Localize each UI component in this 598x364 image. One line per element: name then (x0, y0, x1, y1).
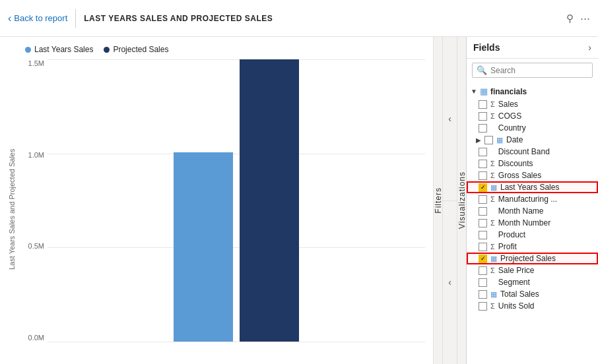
financials-group-header[interactable]: ▼ ▦ financials (467, 84, 598, 98)
totalsales-checkbox[interactable] (479, 290, 487, 299)
chart-body: Last Years Sales and Projected Sales 1.5… (5, 59, 428, 359)
chart-title: LAST YEARS SALES AND PROJECTED SALES (84, 14, 273, 23)
chart-area: Last Years Sales Projected Sales Last Ye… (0, 37, 433, 364)
list-item[interactable]: Σ Month Number (467, 217, 598, 229)
list-item[interactable]: Σ Manufacturing ... (467, 193, 598, 205)
lastyears-table-icon: ▦ (490, 183, 497, 192)
top-bar: ‹ Back to report LAST YEARS SALES AND PR… (0, 0, 598, 37)
date-field-name: Date (506, 135, 523, 144)
totalsales-table-icon: ▦ (490, 290, 497, 299)
visualizations-panel[interactable]: Visualizations (457, 37, 466, 364)
y-tick-0-5m: 0.5M (28, 242, 48, 250)
chart-inner: 1.5M 1.0M 0.5M 0.0M (18, 59, 428, 359)
list-item[interactable]: Σ Gross Sales (467, 169, 598, 181)
country-field-name: Country (498, 123, 526, 133)
search-icon: 🔍 (477, 65, 487, 75)
monthnumber-checkbox[interactable] (479, 219, 487, 228)
legend-label-projected: Projected Sales (113, 45, 168, 54)
back-to-report-button[interactable]: ‹ Back to report (8, 13, 67, 24)
more-options-icon[interactable]: ⋯ (580, 13, 590, 24)
grid-line-bottom (48, 342, 425, 342)
legend-dot-last-years (25, 47, 31, 53)
cogs-checkbox[interactable] (479, 112, 487, 121)
list-item[interactable]: Σ Discounts (467, 158, 598, 169)
grid-area (48, 59, 425, 342)
segment-checkbox[interactable] (479, 278, 487, 287)
lastyears-checkbox[interactable]: ✓ (479, 183, 487, 192)
bar-projected (240, 59, 299, 342)
grosssales-sigma-icon: Σ (490, 171, 495, 179)
search-box[interactable]: 🔍 (472, 63, 593, 78)
list-item[interactable]: Σ Country (467, 122, 598, 134)
list-item[interactable]: Σ Sales (467, 98, 598, 110)
list-item[interactable]: Σ Discount Band (467, 146, 598, 158)
fields-list: ▼ ▦ financials Σ Sales Σ COGS Σ Country (467, 82, 598, 364)
legend-item-projected: Projected Sales (104, 45, 168, 54)
list-item[interactable]: Σ Sale Price (467, 264, 598, 276)
totalsales-field-name: Total Sales (500, 289, 539, 299)
date-table-icon: ▦ (496, 136, 503, 144)
projectedsales-field-name: Projected Sales (500, 254, 556, 263)
list-item[interactable]: Σ Units Sold (467, 300, 598, 312)
legend-label-last-years: Last Years Sales (34, 45, 93, 54)
list-item[interactable]: Σ COGS (467, 110, 598, 122)
filter-icon[interactable]: ⚲ (566, 13, 574, 24)
panel-toggle-buttons: ‹ ‹ (442, 37, 457, 364)
list-item[interactable]: Σ Profit (467, 241, 598, 253)
list-item[interactable]: ✓ ▦ Projected Sales (467, 253, 598, 264)
monthnumber-sigma-icon: Σ (490, 219, 495, 227)
sales-checkbox[interactable] (479, 100, 487, 109)
saleprice-checkbox[interactable] (479, 266, 487, 275)
product-checkbox[interactable] (479, 231, 487, 239)
list-item[interactable]: Σ Month Name (467, 205, 598, 217)
collapse-right-button[interactable]: ‹ (443, 201, 457, 365)
discounts-sigma-icon: Σ (490, 160, 495, 167)
fields-collapse-button[interactable]: › (588, 42, 591, 53)
toolbar-icons: ⚲ ⋯ (566, 13, 590, 24)
manufacturing-checkbox[interactable] (479, 195, 487, 204)
divider (75, 9, 76, 28)
y-tick-1-5m: 1.5M (28, 59, 48, 67)
country-checkbox[interactable] (479, 124, 487, 133)
unitssold-sigma-icon: Σ (490, 302, 495, 310)
bars-container (48, 59, 425, 342)
monthname-field-name: Month Name (498, 206, 544, 216)
discounts-checkbox[interactable] (479, 160, 487, 168)
list-item[interactable]: ✓ ▦ Last Years Sales (467, 181, 598, 193)
legend-dot-projected (104, 47, 110, 53)
collapse-left-button[interactable]: ‹ (443, 37, 457, 201)
y-axis-label: Last Years Sales and Projected Sales (5, 59, 18, 359)
monthname-checkbox[interactable] (479, 207, 487, 216)
search-input[interactable] (490, 66, 588, 75)
discountband-checkbox[interactable] (479, 148, 487, 156)
filters-panel[interactable]: Filters (433, 37, 442, 364)
date-checkbox[interactable] (484, 136, 493, 144)
grosssales-field-name: Gross Sales (498, 171, 541, 180)
discounts-field-name: Discounts (498, 159, 533, 168)
profit-sigma-icon: Σ (490, 243, 495, 251)
financials-table-icon: ▦ (480, 86, 488, 96)
sales-field-name: Sales (498, 100, 518, 109)
bar-last-years (174, 152, 233, 342)
profit-checkbox[interactable] (479, 243, 487, 251)
list-item[interactable]: ▦ Total Sales (467, 288, 598, 300)
date-expand-icon: ▶ (476, 136, 481, 144)
list-item[interactable]: Σ Segment (467, 276, 598, 288)
list-item[interactable]: Σ Product (467, 229, 598, 241)
chart-legend: Last Years Sales Projected Sales (5, 42, 428, 59)
product-field-name: Product (498, 230, 525, 239)
back-arrow-icon: ‹ (8, 13, 11, 24)
filters-label: Filters (434, 187, 443, 214)
back-label: Back to report (14, 13, 67, 23)
grosssales-checkbox[interactable] (479, 171, 487, 180)
unitssold-checkbox[interactable] (479, 302, 487, 311)
main-content: Last Years Sales Projected Sales Last Ye… (0, 37, 598, 364)
fields-header: Fields › (467, 37, 598, 59)
sales-sigma-icon: Σ (490, 100, 495, 108)
segment-field-name: Segment (498, 278, 530, 287)
financials-label: financials (490, 87, 527, 96)
list-item[interactable]: ▶ ▦ Date (467, 134, 598, 146)
unitssold-field-name: Units Sold (498, 301, 535, 311)
saleprice-sigma-icon: Σ (490, 266, 495, 274)
projectedsales-checkbox[interactable]: ✓ (479, 255, 487, 263)
